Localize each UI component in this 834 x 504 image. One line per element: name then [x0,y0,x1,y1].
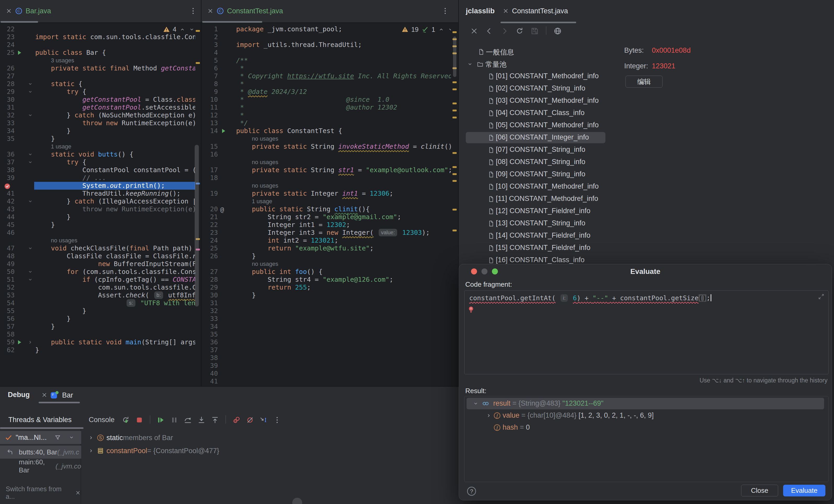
code-line-row[interactable]: 37 try { [0,158,201,166]
code-line-row[interactable]: 14public class ConstantTest { [201,127,458,135]
stripe-mark[interactable] [453,31,457,33]
stripe-mark[interactable] [453,117,457,118]
code-line-row[interactable]: 26 private static final Method getConsta… [0,64,201,72]
code-line-row[interactable]: 30 } [201,291,458,299]
line-number[interactable]: 24 [0,41,15,49]
usages-hint[interactable]: 3 usages [0,56,201,64]
line-number[interactable]: 42 [201,385,218,386]
close-icon[interactable] [207,8,214,14]
code-line-row[interactable]: 34 [201,323,458,330]
fold-icon[interactable] [27,159,34,165]
line-number[interactable]: 39 [201,362,218,370]
code-line-row[interactable]: 47 void checkClassFile(final Path path) … [0,245,201,252]
code-line-row[interactable]: 12 * [201,111,458,119]
filter-icon[interactable] [54,434,61,441]
code-line-row[interactable]: 32 [201,307,458,315]
code-line-row[interactable]: 30 getConstantPool = Class.class.getDecl… [0,96,201,104]
stripe-mark[interactable] [453,152,457,154]
edit-button[interactable]: 编辑 [626,76,662,88]
code-line-row[interactable]: 55 } [0,307,201,315]
line-number[interactable]: 27 [0,72,15,80]
code-line-row[interactable]: 25public class Bar { [0,49,201,56]
line-number[interactable]: 23 [0,33,15,41]
line-number[interactable]: 38 [201,354,218,362]
thread-selector[interactable]: "ma...NI... [0,431,81,444]
line-number[interactable]: 1 [201,25,218,33]
line-number[interactable]: 49 [0,260,15,268]
result-row[interactable]: fvalue = {char[10]@484} [1, 2, 3, 0, 2, … [464,410,826,422]
fold-icon[interactable] [27,89,34,95]
more-menu-icon[interactable] [441,7,449,15]
scrollbar-thumb[interactable] [453,37,456,77]
evaluate-button[interactable]: Evaluate [783,485,826,497]
line-number[interactable]: 22 [0,25,15,33]
left-editor-code[interactable]: 2223import static com.sun.tools.classfil… [0,23,201,354]
code-line-row[interactable]: 56 } [0,315,201,323]
left-inspection-widget[interactable]: 4 [163,26,195,33]
tree-item-constant-entry[interactable]: [10] CONSTANT_Methodref_info [459,181,646,193]
tab-bar-java[interactable]: C Bar.java [6,4,51,18]
line-number[interactable]: 9 [201,88,218,96]
line-number[interactable]: 41 [201,377,218,385]
help-icon[interactable]: ? [466,486,477,497]
step-over-icon[interactable] [184,416,192,424]
collapse-expand-icon[interactable] [818,293,825,300]
resume-icon[interactable] [157,416,165,424]
line-number[interactable]: 52 [0,283,15,291]
usages-hint-row[interactable]: no usages [201,158,458,166]
tree-item-constant-entry[interactable]: [13] CONSTANT_String_info [459,217,646,230]
code-line-row[interactable]: 20@ public static String clinit(){ [201,205,458,213]
code-line-row[interactable]: 3import _utils.thread.ThreadUtil; [201,41,458,49]
line-number[interactable]: 33 [201,315,218,323]
line-number[interactable]: 55 [0,307,15,315]
line-number[interactable]: 24 [201,236,218,245]
line-number[interactable]: 37 [201,346,218,354]
line-number[interactable]: 42 [0,198,15,205]
line-number[interactable]: 46 [0,229,15,236]
line-number[interactable]: 4 [201,49,218,56]
line-number[interactable]: 57 [0,323,15,330]
pause-icon[interactable] [170,416,178,424]
tree-item-constant-pool[interactable]: 常量池 [459,58,646,70]
line-number[interactable]: 59 [0,338,15,346]
line-number[interactable]: 26 [201,252,218,260]
code-line-row[interactable]: 38 ConstantPool constantPool = (Cons [0,166,201,174]
code-line-row[interactable]: 18 [201,174,458,182]
code-line-row[interactable]: 19 private static Integer int1 = 12306; [201,190,458,198]
annotation-icon[interactable]: @ [220,206,224,213]
tree-item-constant-entry[interactable]: [07] CONSTANT_String_info [459,144,646,156]
code-line-row[interactable]: 35 [201,330,458,338]
stripe-mark[interactable] [453,166,457,168]
chevron-up-icon[interactable] [179,26,186,33]
line-number[interactable]: 28 [0,80,15,88]
code-line-row[interactable]: 16 [201,151,458,158]
line-number[interactable]: 43 [0,205,15,213]
line-number[interactable]: 30 [0,96,15,104]
line-number[interactable]: 29 [0,88,15,96]
line-number[interactable]: 35 [201,330,218,338]
back-icon[interactable] [485,27,493,35]
line-number[interactable]: 44 [0,213,15,221]
code-line-row[interactable]: 37 [201,346,458,354]
left-error-stripe[interactable] [195,23,201,386]
code-line-row[interactable]: 50 for (com.sun.tools.classfile.Constan [0,268,201,276]
line-number[interactable]: 28 [201,276,218,283]
stripe-mark[interactable] [453,230,457,231]
code-line-row[interactable]: 42 [201,385,458,386]
error-hint-icon[interactable] [467,305,475,314]
code-line-row[interactable]: 36 static void butts() { [0,151,201,158]
code-line-row[interactable]: 7 * Copyright https://wtfu.site Inc. All… [201,72,458,80]
code-line-row[interactable]: 42 } catch (IllegalAccessException | Inv [0,198,201,205]
line-number[interactable]: 38 [0,166,15,174]
line-number[interactable]: 37 [0,158,15,166]
line-number[interactable]: 17 [201,166,218,174]
fold-icon[interactable] [27,198,34,205]
chevron-down-icon[interactable] [472,400,479,407]
code-line-row[interactable]: 54 s: "UTF8 with length [0,299,201,307]
line-number[interactable]: 12 [201,111,218,119]
line-number[interactable]: 22 [201,221,218,229]
tab-jclasslib-constanttest[interactable]: ConstantTest.java [503,4,568,18]
variable-row[interactable]: constantPool = {ConstantPool@477} [82,445,219,457]
rerun-icon[interactable] [122,416,130,424]
code-line-row[interactable]: 21 String str2 = "example@gmail.com"; [201,213,458,221]
